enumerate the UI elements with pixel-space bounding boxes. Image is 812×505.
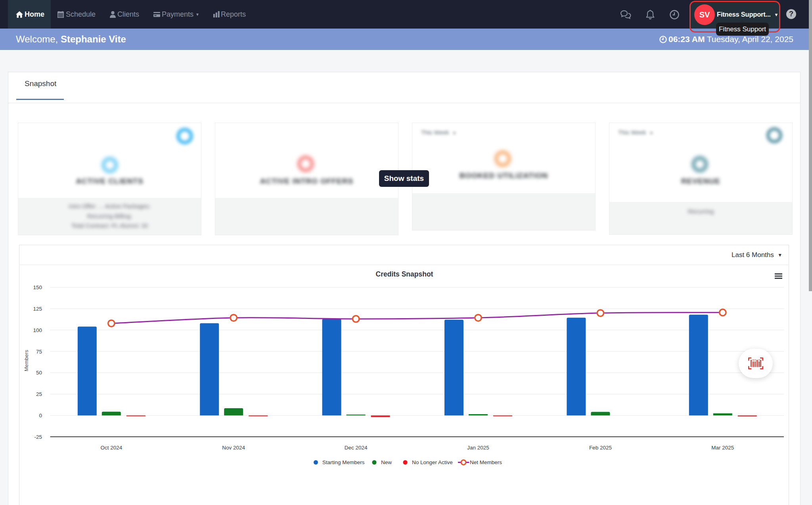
svg-text:125: 125: [33, 306, 42, 312]
svg-text:Credits Snapshot: Credits Snapshot: [376, 270, 433, 278]
svg-text:New: New: [381, 459, 392, 465]
svg-text:Jan 2025: Jan 2025: [467, 445, 489, 451]
svg-text:Nov 2024: Nov 2024: [222, 445, 245, 451]
svg-text:-25: -25: [34, 434, 42, 440]
svg-text:25: 25: [36, 391, 42, 397]
svg-text:Members: Members: [23, 349, 29, 371]
svg-text:Oct 2024: Oct 2024: [100, 445, 122, 451]
svg-text:Net Members: Net Members: [470, 459, 502, 465]
svg-text:50: 50: [36, 370, 42, 376]
svg-text:Feb 2025: Feb 2025: [589, 445, 612, 451]
svg-text:150: 150: [33, 284, 42, 290]
svg-text:Mar 2025: Mar 2025: [711, 445, 734, 451]
svg-text:100: 100: [33, 327, 42, 333]
svg-text:75: 75: [36, 349, 42, 355]
svg-text:Starting Members: Starting Members: [322, 459, 365, 465]
svg-text:Dec 2024: Dec 2024: [345, 445, 368, 451]
svg-text:0: 0: [39, 413, 42, 419]
svg-text:No Longer Active: No Longer Active: [412, 459, 453, 465]
